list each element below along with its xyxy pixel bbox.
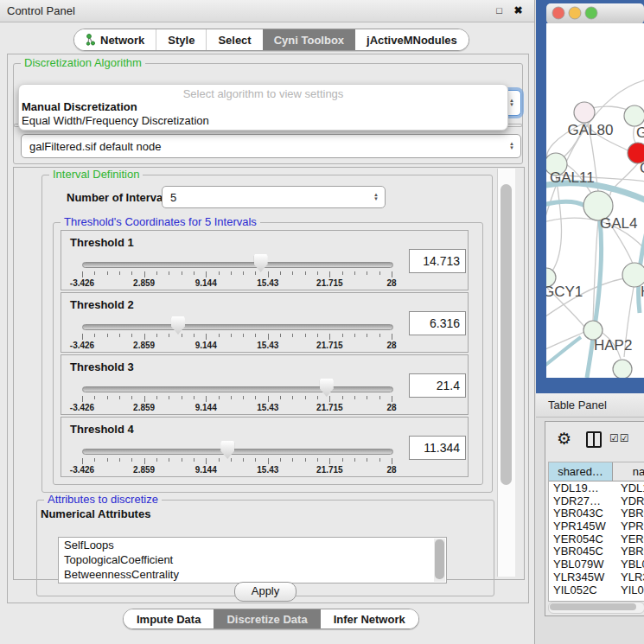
table-row[interactable]: YDL19…YDL1	[549, 481, 644, 494]
table-cell: YBL079W	[549, 558, 616, 571]
threshold-slider-thumb[interactable]	[220, 441, 234, 459]
attribute-item[interactable]: TopologicalCoefficient	[59, 552, 446, 567]
threshold-slider-track[interactable]	[82, 386, 393, 392]
tick-mark	[107, 396, 108, 399]
tick-mark	[268, 396, 269, 402]
float-window-icon[interactable]: □	[492, 3, 507, 18]
threshold-slider-thumb[interactable]	[320, 379, 334, 397]
algorithm-option-equal-width[interactable]: Equal Width/Frequency Discretization	[22, 114, 209, 127]
apply-button[interactable]: Apply	[234, 582, 296, 602]
tick-mark	[82, 396, 83, 402]
attributes-scrollbar-thumb[interactable]	[435, 539, 444, 579]
top-tab-cyni-toolbox[interactable]: Cyni Toolbox	[263, 29, 355, 50]
tick-mark	[206, 396, 207, 402]
threshold-slider-axis: -3.4262.8599.14415.4321.71528	[82, 465, 392, 474]
threshold-value-field[interactable]: 6.316	[409, 311, 466, 335]
table-hscrollbar[interactable]	[548, 602, 644, 614]
threshold-slider-thumb[interactable]	[254, 254, 268, 272]
top-tab-jactivemnodules[interactable]: jActiveMNodules	[355, 29, 469, 50]
attributes-scrollbar[interactable]	[434, 539, 445, 582]
network-node-label: GAL4	[600, 215, 637, 232]
table-hscrollbar-thumb[interactable]	[550, 603, 636, 610]
algorithm-option-manual[interactable]: Manual Discretization	[22, 100, 137, 113]
gear-icon[interactable]: ⚙	[557, 429, 571, 449]
threshold-slider-thumb[interactable]	[171, 316, 185, 335]
tick-mark	[354, 334, 355, 337]
bottom-tab-discretize-data[interactable]: Discretize Data	[214, 609, 320, 628]
panel-scrollbar[interactable]	[497, 169, 515, 577]
attribute-item[interactable]: SelfLoops	[59, 538, 446, 552]
tick-mark	[119, 396, 120, 399]
tick-mark	[156, 458, 157, 462]
tick-mark	[107, 271, 108, 275]
network-node-gal80[interactable]	[574, 102, 595, 123]
tick-mark	[131, 458, 132, 462]
select-checkboxes-icon[interactable]: ☑☑	[609, 432, 630, 444]
table-row[interactable]: YLR345WYLR3	[549, 571, 644, 583]
top-tab-style[interactable]: Style	[156, 29, 206, 50]
tick-mark	[280, 271, 281, 275]
screen: Control Panel □ ✖ Network Style Select C…	[0, 0, 644, 644]
top-tab-label: Cyni Toolbox	[274, 34, 344, 47]
network-node-label: HAP2	[594, 337, 632, 354]
columns-icon[interactable]	[586, 431, 602, 448]
axis-tick-label: 2.859	[133, 465, 155, 475]
threshold-value-field[interactable]: 21.4	[409, 373, 466, 398]
threshold-value-field[interactable]: 11.344	[409, 436, 466, 460]
tick-mark	[243, 458, 244, 462]
zoom-traffic-light-icon[interactable]	[585, 7, 597, 19]
table-row[interactable]: YDR27…YDR2	[549, 494, 644, 507]
numerical-attributes-list[interactable]: SelfLoopsTopologicalCoefficientBetweenne…	[58, 537, 447, 583]
tick-mark	[144, 334, 145, 340]
bottom-tab-infer-network[interactable]: Infer Network	[321, 609, 418, 628]
axis-tick-label: 9.144	[195, 403, 217, 412]
tick-mark	[305, 396, 306, 399]
tick-mark	[156, 396, 157, 399]
table-row[interactable]: YBL079WYBL0	[549, 558, 644, 571]
tick-mark	[255, 396, 256, 399]
axis-tick-label: -3.426	[70, 465, 94, 475]
table-row[interactable]: YBR043CYBR0	[549, 507, 644, 520]
network-view-window[interactable]: GAL80GCGAL11GAL4GCY1HHAP2	[536, 0, 644, 393]
axis-tick-label: 28	[386, 465, 396, 475]
table-data-combobox[interactable]: galFiltered.sif default node ▲▼	[21, 134, 521, 158]
tick-mark	[182, 458, 182, 462]
table-cell: YDL19…	[549, 481, 616, 494]
threshold-row: Threshold 1 -3.4262.8599.14415.4321.7152…	[61, 230, 469, 290]
close-window-icon[interactable]: ✖	[511, 3, 526, 18]
number-of-intervals-combobox[interactable]: 5 ▲▼	[162, 186, 386, 208]
tick-mark	[119, 271, 120, 275]
axis-tick-label: 2.859	[133, 341, 155, 350]
top-tab-network[interactable]: Network	[74, 29, 156, 50]
axis-tick-label: 28	[386, 403, 396, 412]
table-row[interactable]: YBR045CYBR0	[549, 545, 644, 558]
top-tab-select[interactable]: Select	[206, 29, 262, 50]
bottom-tab-impute-data[interactable]: Impute Data	[124, 609, 214, 628]
threshold-slider-track[interactable]	[82, 262, 393, 268]
table-row[interactable]: YPR145WYPR1	[549, 520, 644, 532]
top-tab-label: Select	[218, 34, 251, 47]
table-row[interactable]: YER054CYER0	[549, 532, 644, 545]
panel-scrollbar-thumb[interactable]	[501, 184, 512, 485]
axis-tick-label: -3.426	[70, 278, 94, 288]
threshold-slider-track[interactable]	[82, 324, 393, 330]
network-node[interactable]	[613, 360, 632, 379]
threshold-label: Threshold 3	[70, 360, 134, 373]
tick-mark	[94, 396, 95, 399]
table-column-header[interactable]: na	[613, 462, 644, 481]
tick-mark	[292, 334, 293, 337]
minimize-traffic-light-icon[interactable]	[569, 7, 581, 19]
threshold-slider-track[interactable]	[82, 449, 393, 455]
table-row[interactable]: YIL052CYIL0	[549, 583, 644, 596]
table-column-header[interactable]: shared…	[549, 462, 613, 481]
tick-mark	[392, 458, 392, 464]
tick-mark	[194, 334, 194, 337]
axis-tick-label: 15.43	[257, 341, 278, 350]
attribute-item[interactable]: BetweennessCentrality	[59, 567, 446, 582]
threshold-value-field[interactable]: 14.713	[409, 249, 466, 273]
number-of-intervals-value: 5	[170, 191, 176, 204]
network-node-g[interactable]	[624, 105, 644, 126]
close-traffic-light-icon[interactable]	[552, 7, 564, 19]
tick-mark	[367, 396, 367, 399]
combo-stepper-icon: ▲▼	[509, 135, 514, 157]
